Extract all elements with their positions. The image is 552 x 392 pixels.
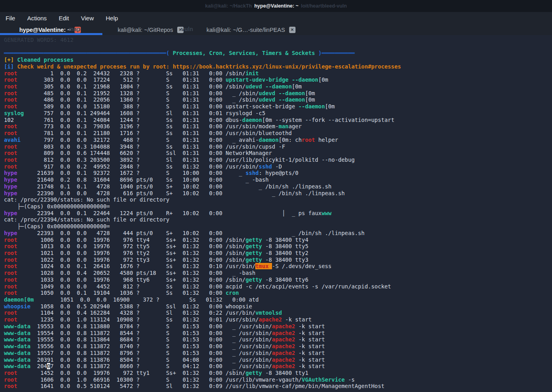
text-segment: -k start — [295, 350, 325, 356]
text-segment: root — [4, 123, 34, 129]
text-segment: -k start — [295, 330, 325, 336]
text-segment: [0m — [325, 103, 335, 110]
text-segment: www-data — [4, 357, 34, 363]
text-segment: [0m — [305, 96, 315, 103]
tab-1[interactable]: hype@Valentine: ~✕ — [0, 24, 100, 35]
terminal-line: root 486 0.0 0.1 22056 1360 ? S 01:31 0:… — [4, 96, 552, 103]
text-segment: apache2 — [272, 363, 295, 369]
text-segment: -s — [345, 376, 355, 383]
terminal-line: cat: /proc/22394/status: No such file or… — [4, 216, 552, 223]
menu-item-help[interactable]: Help — [106, 15, 118, 22]
text-segment: sshd — [259, 163, 272, 170]
menu-item-edit[interactable]: Edit — [59, 15, 69, 22]
terminal-line — [4, 43, 552, 50]
text-segment: -8 38400 tty6 — [262, 276, 308, 283]
terminal-window: kali@kali: ~/HackTh hype@Valentine: ~ lo… — [0, 0, 552, 392]
text-segment: 19554 0.0 0.8 113872 8544 ? S 01:53 0:00… — [34, 330, 272, 336]
text-segment: 1606 0.0 1.0 66916 10300 ? S 01:32 0:00 … — [34, 376, 302, 383]
terminal-line: hype 21639 0.0 0.1 92372 1672 ? S 10:00 … — [4, 170, 552, 176]
text-segment: -k start — [295, 357, 325, 363]
titlebar-ghost-right: loit/heartbleed-vuln — [301, 3, 347, 9]
text-segment: root — [4, 103, 34, 110]
text-segment: 812 0.0 0.3 203500 3892 ? Sl 01:31 0:00 … — [34, 157, 355, 163]
text-segment: avahi — [4, 137, 34, 143]
terminal-line: root 1606 0.0 1.0 66916 10300 ? S 01:32 … — [4, 376, 552, 383]
terminal-line: ├─(Caps) 0x0000000000000000= — [4, 203, 552, 210]
text-segment: 1452 0.0 0.0 19976 972 tty1 Ss+ 01:32 0:… — [34, 370, 246, 376]
text-segment: Processes, Cron, Services, Timers & Sock… — [169, 50, 318, 56]
text-segment: 1013 0.0 0.0 19976 972 tty5 Ss+ 01:32 0:… — [34, 243, 246, 249]
text-segment: udevd — [259, 90, 276, 96]
text-segment: [+] — [4, 57, 14, 63]
text-segment — [262, 83, 265, 90]
text-segment: [0m — [292, 83, 302, 90]
tab-ghost-text: map — [69, 26, 80, 32]
tab-bar: hype@Valentine: ~✕kali@kali: ~/GitRepos✕… — [0, 24, 552, 35]
text-segment: 303 0.0 0.0 17224 512 ? S 01:31 0:00 — [34, 76, 226, 83]
close-icon[interactable]: ✕ — [289, 27, 296, 33]
menu-item-file[interactable]: File — [6, 15, 15, 22]
text-segment: -D — [272, 163, 282, 170]
text-segment: sshd — [245, 170, 258, 176]
terminal-line: [i] Check weird & unexpected proceses ru… — [4, 63, 552, 70]
text-segment: tmux — [255, 263, 272, 269]
tab-label: kali@kali: ~/G…-suite/linPEAS — [206, 27, 285, 33]
text-segment: 1235 0.0 1.0 113124 10908 ? Ss 01:32 0:0… — [34, 316, 259, 323]
text-segment: getty — [245, 237, 262, 243]
text-segment: 19555 0.0 0.8 113864 8684 ? S 01:53 0:00… — [34, 336, 272, 343]
text-segment: 486 0.0 0.1 22056 1360 ? S 01:31 0:00 _ … — [34, 96, 259, 103]
text-segment: 21748 0.1 0.1 4728 1040 pts/0 S+ 10:02 0… — [34, 183, 332, 190]
text-segment: cat: /proc/22390/status: No such file or… — [4, 196, 169, 203]
text-segment: 20391 0.0 0.8 113876 8504 ? S 04:08 0:00… — [34, 357, 272, 363]
terminal-line: hype 22393 0.0 0.0 4728 444 pts/0 S+ 10:… — [4, 230, 552, 237]
text-segment: www-data — [4, 336, 34, 343]
terminal-line: root 485 0.0 0.1 21952 1328 ? S 01:31 0:… — [4, 90, 552, 97]
text-segment: --daemon — [298, 103, 325, 110]
text-segment: 1028 0.0 0.4 20652 4580 pts/18 Ss+ 01:32… — [34, 270, 256, 276]
terminal-line: root 803 0.0 0.3 104088 3948 ? Ss 01:31 … — [4, 143, 552, 150]
text-segment: 1 0.0 0.2 24432 2328 ? Ss 01:31 0:00 /sb… — [34, 70, 246, 76]
text-segment: 761 0.0 0.1 24084 1244 ? Ss 01:31 0:00 d… — [34, 117, 242, 123]
text-segment: -k start — [295, 323, 325, 329]
terminal-line: hype 22390 0.0 0.0 4728 616 pts/0 S+ 10:… — [4, 190, 552, 197]
text-segment: [i] — [4, 63, 14, 70]
text-segment: Cleaned processes — [14, 57, 74, 63]
terminal-line: ├─(Caps) 0x0000000000000000= — [4, 223, 552, 230]
terminal-line: [+] Cleaned processes — [4, 57, 552, 63]
text-segment: root — [4, 150, 34, 156]
terminal-line: root 1006 0.0 0.0 19976 976 tty4 Ss+ 01:… — [4, 237, 552, 243]
text-segment: root — [4, 290, 34, 296]
text-segment: -S /.devs/dev_sess — [272, 263, 332, 269]
menu-item-view[interactable]: View — [81, 15, 94, 22]
text-segment: 1058 0.0 0.5 202940 5388 ? Ssl 01:32 0:0… — [34, 303, 252, 310]
text-segment: 22390 0.0 0.0 4728 616 pts/0 S+ 10:02 0:… — [34, 190, 345, 196]
text-segment: 22393 0.0 0.0 4728 444 pts/0 S+ 10:02 0:… — [34, 230, 365, 236]
tab-3[interactable]: kali@kali: ~/G…-suite/linPEAS✕ — [201, 24, 301, 35]
terminal-line: www-data 20407 0.0 0.8 113872 8660 ? S 0… — [4, 363, 552, 370]
terminal-line: whoopsie 1058 0.0 0.5 202940 5388 ? Ssl … — [4, 303, 552, 310]
tab-ghost-text: vuln — [181, 26, 193, 32]
text-segment: www-data — [4, 350, 34, 356]
text-segment: 19553 0.0 0.8 113880 8784 ? S 01:53 0:00… — [34, 323, 272, 329]
text-segment: cat: /proc/22394/status: No such file or… — [4, 216, 169, 223]
text-segment: 485 0.0 0.1 21952 1328 ? S 01:31 0:00 _ … — [34, 90, 259, 96]
text-segment: root — [4, 76, 34, 83]
text-segment: : ch — [288, 137, 301, 143]
menu-item-actions[interactable]: Actions — [27, 15, 47, 22]
text-segment: 305 0.0 0.1 21968 1804 ? Ss 01:31 0:00 /… — [34, 83, 246, 90]
text-segment: root — [4, 276, 34, 283]
text-segment: )══════════ — [318, 50, 354, 56]
text-segment: 917 0.0 0.2 49952 2848 ? Ss 01:32 0:00 /… — [34, 163, 259, 170]
text-segment: 21639 0.0 0.1 92372 1672 ? S 10:00 0:00 … — [34, 170, 246, 176]
terminal-line: root 1 0.0 0.2 24432 2328 ? Ss 01:31 0:0… — [4, 70, 552, 77]
text-segment: hype — [4, 210, 34, 216]
text-segment: apache2 — [272, 330, 295, 336]
text-segment: 809 0.0 0.6 174448 6620 ? Ssl 01:31 0:00… — [34, 150, 272, 156]
terminal-output[interactable]: GENERATED WORDS: 4612 ══════════════════… — [0, 35, 552, 392]
terminal-line: daemon[0m 1051 0.0 0.0 16900 372 ? Ss 01… — [4, 296, 552, 303]
text-segment: 7 — [50, 363, 53, 369]
text-segment: cron — [226, 290, 239, 296]
text-segment: 1641 0.0 0.5 510124 5472 ? Sl 01:32 0:09… — [34, 383, 384, 389]
text-segment: upstart-udev-bridge — [226, 76, 289, 83]
text-segment: www-data — [4, 363, 34, 369]
